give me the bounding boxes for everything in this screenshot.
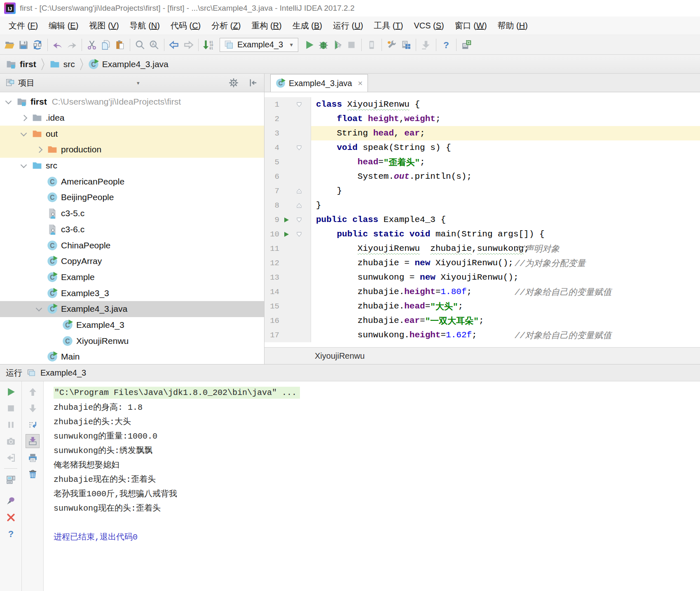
menu-item-V[interactable]: 视图 (V) — [84, 20, 124, 31]
fold-open-icon[interactable] — [293, 145, 305, 151]
replace-icon[interactable]: A — [147, 38, 161, 52]
run-tab-label[interactable]: Example4_3 — [40, 368, 86, 378]
fold-close-icon[interactable] — [293, 202, 305, 209]
chevron-right-icon[interactable] — [34, 144, 44, 155]
tree-item-XiyoujiRenwu[interactable]: CXiyoujiRenwu — [0, 333, 264, 349]
chevron-down-icon[interactable] — [19, 128, 29, 139]
tree-item-Example4_3.java[interactable]: CExample4_3.java — [0, 301, 264, 317]
undo-icon[interactable] — [51, 38, 65, 52]
menu-item-S[interactable]: VCS (S) — [408, 21, 449, 30]
close-tab-icon[interactable]: × — [358, 79, 363, 88]
chevron-down-icon[interactable] — [3, 96, 14, 107]
code-line-17[interactable]: 17 sunwukong.height=1.62f;//对象给自己的变量赋值 — [265, 328, 700, 342]
tree-item-src[interactable]: src — [0, 158, 264, 174]
view-options-chevron-icon[interactable]: ▾ — [137, 80, 140, 86]
tree-item-first[interactable]: firstC:\Users\wang'ji\IdeaProjects\first — [0, 94, 264, 110]
run-button[interactable] — [302, 38, 316, 52]
code-line-6[interactable]: 6 System.out.println(s); — [265, 169, 700, 184]
code-line-1[interactable]: 1class XiyoujiRenwu { — [265, 97, 700, 112]
breadcrumb-item-first[interactable]: first — [6, 59, 36, 70]
scroll-to-end-icon[interactable] — [26, 434, 40, 448]
tree-item-.idea[interactable]: .idea — [0, 110, 264, 126]
ordering-icon[interactable]: 011001 — [201, 38, 215, 52]
menu-item-F[interactable]: 文件 (F) — [3, 20, 43, 31]
tree-item-Example[interactable]: CExample — [0, 269, 264, 285]
navigate-forward-icon[interactable] — [181, 38, 195, 52]
menu-item-Z[interactable]: 分析 (Z) — [206, 20, 246, 31]
code-line-13[interactable]: 13 sunwukong = new XiyoujiRenwu(); — [265, 270, 700, 285]
fold-open-icon[interactable] — [293, 217, 305, 223]
menu-item-W[interactable]: 窗口 (W) — [449, 20, 492, 31]
pin-tab-icon[interactable] — [4, 494, 18, 508]
code-line-15[interactable]: 15 zhubajie.head="大头"; — [265, 299, 700, 313]
tree-item-Example4_3[interactable]: CExample4_3 — [0, 317, 264, 333]
run-config-select[interactable]: Example4_3 ▼ — [220, 38, 298, 52]
tree-item-AmericanPeople[interactable]: CAmericanPeople — [0, 173, 264, 189]
rerun-button[interactable] — [4, 385, 18, 399]
tree-item-production[interactable]: production — [0, 142, 264, 158]
code-line-7[interactable]: 7 } — [265, 184, 700, 198]
clear-all-icon[interactable] — [26, 467, 40, 481]
cut-icon[interactable] — [85, 38, 99, 52]
breadcrumb-item-src[interactable]: src — [49, 59, 75, 70]
code-line-16[interactable]: 16 zhubajie.ear="一双大耳朵"; — [265, 313, 700, 328]
help-icon[interactable]: ? — [439, 38, 453, 52]
code-line-5[interactable]: 5 head="歪着头"; — [265, 155, 700, 169]
chevron-down-icon[interactable] — [19, 160, 29, 171]
menu-item-C[interactable]: 代码 (C) — [165, 20, 206, 31]
paste-icon[interactable] — [113, 38, 127, 52]
tree-item-Main[interactable]: CMain — [0, 349, 264, 364]
copy-icon[interactable] — [99, 38, 113, 52]
hide-panel-icon[interactable] — [248, 78, 258, 88]
breadcrumb-item-Example4_3.java[interactable]: CExample4_3.java — [88, 59, 169, 70]
settings-icon[interactable] — [385, 38, 399, 52]
gear-icon[interactable] — [229, 78, 239, 88]
menu-item-R[interactable]: 重构 (R) — [246, 20, 287, 31]
menu-item-N[interactable]: 导航 (N) — [124, 20, 165, 31]
chevron-down-icon[interactable] — [34, 304, 44, 314]
tree-item-out[interactable]: out — [0, 126, 264, 142]
find-icon[interactable] — [133, 38, 147, 52]
code-line-4[interactable]: 4 void speak(String s) { — [265, 140, 700, 155]
menu-item-T[interactable]: 工具 (T) — [368, 20, 408, 31]
debug-button[interactable] — [316, 38, 330, 52]
menu-item-U[interactable]: 运行 (U) — [328, 20, 368, 31]
code-line-12[interactable]: 12 zhubajie = new XiyoujiRenwu();//为对象分配… — [265, 256, 700, 270]
tree-item-c3-6.c[interactable]: c3-6.c — [0, 222, 264, 238]
soft-wrap-icon[interactable] — [26, 418, 40, 432]
menu-item-H[interactable]: 帮助 (H) — [492, 20, 533, 31]
redo-icon[interactable] — [65, 38, 79, 52]
run-console[interactable]: "C:\Program Files\Java\jdk1.8.0_202\bin\… — [44, 381, 700, 591]
project-structure-icon[interactable] — [399, 38, 413, 52]
restore-layout-icon[interactable] — [4, 472, 18, 486]
menu-item-B[interactable]: 生成 (B) — [287, 20, 328, 31]
fold-open-icon[interactable] — [293, 231, 305, 238]
tree-item-CopyArray[interactable]: CCopyArray — [0, 253, 264, 269]
code-line-2[interactable]: 2 float height,weight; — [265, 112, 700, 126]
code-line-10[interactable]: 10 public static void main(String args[]… — [265, 227, 700, 241]
run-with-coverage-icon[interactable] — [330, 38, 344, 52]
code-line-9[interactable]: 9public class Example4_3 { — [265, 213, 700, 227]
save-all-icon[interactable] — [16, 38, 30, 52]
editor-tab[interactable]: C Example4_3.java × — [270, 74, 368, 92]
tree-item-BeijingPeople[interactable]: CBeijingPeople — [0, 189, 264, 206]
chevron-right-icon[interactable] — [19, 112, 29, 123]
code-line-14[interactable]: 14 zhubajie.height=1.80f;//对象给自己的变量赋值 — [265, 285, 700, 299]
run-line-icon[interactable] — [279, 217, 293, 223]
code-line-11[interactable]: 11 XiyoujiRenwu zhubajie,sunwukong;//声明对… — [265, 241, 700, 256]
help-icon[interactable]: ? — [4, 527, 18, 541]
tree-item-Example3_3[interactable]: CExample3_3 — [0, 285, 264, 301]
close-panel-icon[interactable] — [4, 510, 18, 524]
menu-item-E[interactable]: 编辑 (E) — [43, 20, 84, 31]
synchronize-icon[interactable] — [30, 38, 44, 52]
code-editor[interactable]: 1class XiyoujiRenwu {2 float height,weig… — [265, 92, 700, 347]
code-line-3[interactable]: 3 String head, ear; — [265, 126, 700, 140]
tree-item-ChinaPeople[interactable]: CChinaPeople — [0, 237, 264, 253]
install-plugin-icon[interactable] — [459, 38, 473, 52]
tree-item-c3-5.c[interactable]: c3-5.c — [0, 206, 264, 222]
fold-open-icon[interactable] — [293, 101, 305, 108]
fold-close-icon[interactable] — [293, 188, 305, 194]
open-folder-icon[interactable] — [2, 38, 16, 52]
navigate-back-icon[interactable] — [167, 38, 181, 52]
code-line-8[interactable]: 8} — [265, 198, 700, 213]
